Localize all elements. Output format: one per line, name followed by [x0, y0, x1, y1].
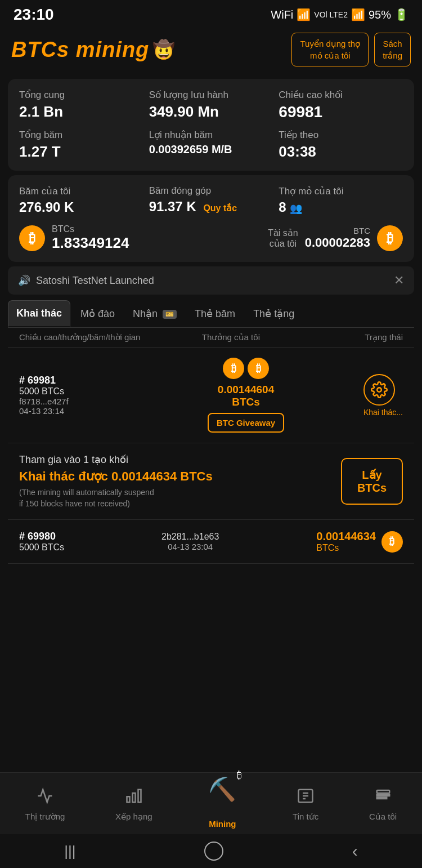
- notification-close-button[interactable]: ✕: [394, 273, 404, 288]
- th-status: Trạng thái: [312, 332, 403, 342]
- btcs-right: Tài sảncủa tôi BTC 0.00002283 ₿: [268, 225, 403, 251]
- nav-thi-truong-label: Thị trường: [25, 812, 65, 822]
- btc-coin-icon-right: ₿: [377, 225, 403, 251]
- loi-nhuan-label: Lợi nhuận băm: [149, 129, 273, 141]
- lay-btcs-button[interactable]: LấyBTCs: [341, 458, 403, 505]
- tong-cung-value: 2.1 Bn: [19, 103, 143, 121]
- mining-center-icon: ⛏️ ₿: [203, 769, 242, 809]
- th-block-info: Chiều cao/thưởng/băm/thời gian: [19, 332, 202, 342]
- btcs-left: ₿ BTCs 1.83349124: [19, 224, 129, 252]
- tho-mo-label: Thợ mỏ của tôi: [279, 185, 403, 197]
- signal2-icon: 📶: [351, 8, 365, 21]
- nav-cua-toi[interactable]: Của tôi: [369, 787, 397, 822]
- btc-coin-icon-left: ₿: [19, 225, 45, 251]
- tab-mo-dao[interactable]: Mỏ đào: [73, 301, 123, 327]
- lte-icon: VOl LTE2: [314, 10, 348, 19]
- svg-rect-1: [138, 790, 141, 803]
- android-back-button[interactable]: ‹: [352, 842, 358, 861]
- header: BTCs mining 🤠 Tuyển dụng thợmỏ của tôi S…: [0, 27, 422, 74]
- nav-xep-hang[interactable]: Xếp hạng: [115, 787, 152, 822]
- nav-xep-hang-label: Xếp hạng: [115, 812, 152, 822]
- android-recent-button[interactable]: |||: [64, 843, 75, 860]
- stats-grid-row1: Tổng cung 2.1 Bn Số lượng lưu hành 349.9…: [19, 89, 403, 161]
- bam-cua-toi-label: Băm của tôi: [19, 185, 143, 197]
- btcs-amount: 1.83349124: [52, 234, 129, 252]
- block-2-btc-icon: ₿: [381, 531, 403, 553]
- tai-san-wrap: Tài sảncủa tôi: [268, 228, 298, 249]
- tong-cung-item: Tổng cung 2.1 Bn: [19, 89, 143, 121]
- bam-cua-toi-value: 276.90 K: [19, 199, 143, 215]
- nav-tin-tuc[interactable]: Tin tức: [293, 787, 318, 822]
- mining-row-1: # 69981 5000 BTCs f8718...e427f 04-13 23…: [8, 348, 414, 443]
- status-bar: 23:10 WiFi 📶 VOl LTE2 📶 95% 🔋: [0, 0, 422, 27]
- block-2-right: 0.00144634 BTCs ₿: [316, 530, 403, 553]
- tab-the-bam[interactable]: Thẻ băm: [187, 301, 243, 327]
- nav-thi-truong[interactable]: Thị trường: [25, 787, 65, 822]
- loi-nhuan-value: 0.00392659 M/B: [149, 143, 273, 156]
- block-1-hash: f8718...e427f: [19, 397, 182, 406]
- btc-right-label: BTC: [305, 226, 370, 235]
- block-1-time: 04-13 23:14: [19, 406, 182, 416]
- tab-the-tang[interactable]: Thẻ tặng: [245, 301, 302, 327]
- recruit-workers-button[interactable]: Tuyển dụng thợmỏ của tôi: [291, 33, 369, 66]
- gear-icon: [363, 374, 395, 406]
- khai-thac-status: Khai thác...: [363, 374, 403, 417]
- nav-cua-toi-label: Của tôi: [369, 812, 397, 822]
- tiep-theo-value: 03:38: [279, 143, 403, 161]
- android-home-button[interactable]: [204, 842, 223, 861]
- chieu-cao-item: Chiều cao khối 69981: [279, 89, 403, 121]
- market-icon: [37, 787, 53, 808]
- nav-mining-center[interactable]: ⛏️ ₿ Mining: [203, 781, 242, 829]
- app-title: BTCs mining 🤠: [11, 38, 176, 62]
- block-1-btcs: 5000 BTCs: [19, 386, 182, 397]
- tong-bam-value: 1.27 T: [19, 143, 143, 161]
- bam-dong-gop-label: Băm đóng góp: [149, 185, 273, 197]
- mining-row-1-grid: # 69981 5000 BTCs f8718...e427f 04-13 23…: [19, 358, 403, 433]
- btc-giveaway-button[interactable]: BTC Giveaway: [208, 413, 284, 433]
- block-1-status-col: Khai thác...: [310, 374, 403, 417]
- stats-card-1: Tổng cung 2.1 Bn Số lượng lưu hành 349.9…: [8, 79, 414, 171]
- tham-gia-title: Tham gia vào 1 tạo khối: [19, 453, 213, 466]
- btcs-label: BTCs: [52, 224, 129, 234]
- btc-right-wrap: BTC 0.00002283: [305, 226, 370, 250]
- notification-text: 🔊 Satoshi TestNet Launched: [18, 274, 154, 287]
- tiep-theo-label: Tiếp theo: [279, 129, 403, 141]
- tong-cung-label: Tổng cung: [19, 89, 143, 101]
- nav-tin-tuc-label: Tin tức: [293, 812, 318, 822]
- btcs-row: ₿ BTCs 1.83349124 Tài sảncủa tôi BTC 0.0…: [19, 224, 403, 252]
- svg-rect-2: [132, 793, 135, 802]
- my-stats-grid: Băm của tôi 276.90 K Băm đóng góp 91.37 …: [19, 185, 403, 215]
- my-stats-card: Băm của tôi 276.90 K Băm đóng góp 91.37 …: [8, 175, 414, 262]
- block-2-time: 04-13 23:04: [161, 542, 219, 551]
- svg-point-0: [377, 388, 381, 392]
- bam-dong-gop-value: 91.37 K Quy tắc: [149, 199, 273, 215]
- bottom-nav: Thị trường Xếp hạng ⛏️ ₿ Mining Tin t: [0, 772, 422, 834]
- android-nav-bar: ||| ‹: [0, 834, 422, 868]
- tham-gia-section: Tham gia vào 1 tạo khối Khai thác được 0…: [8, 443, 414, 520]
- block-1-reward-col: ₿ ₿ 0.00144604BTCs BTC Giveaway: [188, 358, 304, 433]
- block-2-reward-wrap: 0.00144634 BTCs: [316, 530, 376, 553]
- table-header: Chiều cao/thưởng/băm/thời gian Thưởng củ…: [8, 328, 414, 348]
- tab-nhan[interactable]: Nhận 🎫: [125, 301, 185, 327]
- tab-khai-thac[interactable]: Khai thác: [8, 300, 70, 327]
- svg-rect-9: [376, 795, 389, 796]
- quy-tac-link[interactable]: Quy tắc: [203, 203, 237, 213]
- giveaway-coin-icon: ₿: [248, 358, 269, 379]
- block-1-num: # 69981: [19, 375, 182, 386]
- tong-bam-item: Tổng băm 1.27 T: [19, 129, 143, 161]
- nhan-badge: 🎫: [163, 310, 177, 319]
- signal-icon: 📶: [297, 8, 311, 21]
- whitepaper-button[interactable]: Sáchtrắng: [374, 33, 411, 66]
- nav-mining-label: Mining: [209, 819, 236, 829]
- block-2-btcs: 5000 BTCs: [19, 542, 64, 553]
- bam-cua-toi-item: Băm của tôi 276.90 K: [19, 185, 143, 215]
- notification-bar: 🔊 Satoshi TestNet Launched ✕: [8, 266, 414, 295]
- block-1-reward-amount: 0.00144604BTCs: [218, 384, 274, 408]
- profile-icon: [375, 787, 392, 808]
- ranking-icon: [125, 787, 142, 808]
- bam-dong-gop-item: Băm đóng góp 91.37 K Quy tắc: [149, 185, 273, 215]
- reward-coin-icon: ₿: [223, 358, 244, 379]
- spacer: [0, 564, 422, 676]
- svg-rect-10: [376, 798, 387, 799]
- battery-percent: 95%: [369, 8, 391, 21]
